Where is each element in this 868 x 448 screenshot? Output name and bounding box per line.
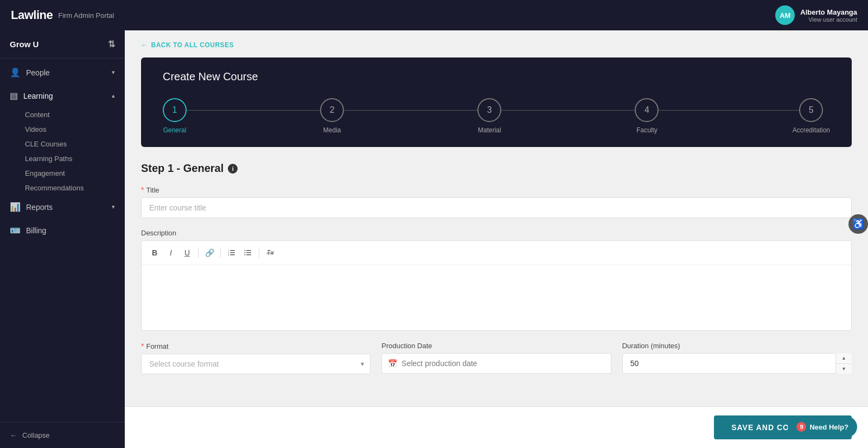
- wizard-steps-inner: 1 General 2 Media 3 Material 4: [163, 98, 830, 134]
- step-1-circle: 1: [163, 98, 187, 122]
- svg-point-10: [245, 252, 246, 253]
- step-4-circle: 4: [635, 98, 659, 122]
- sidebar-item-billing[interactable]: 🪪 Billing: [0, 219, 125, 242]
- underline-button[interactable]: U: [180, 245, 195, 260]
- bold-button[interactable]: B: [147, 245, 162, 260]
- format-label: * Format: [141, 342, 371, 350]
- step-5[interactable]: 5 Accreditation: [793, 98, 830, 134]
- step-3[interactable]: 3 Material: [477, 98, 501, 134]
- toolbar-divider-1: [198, 247, 199, 258]
- svg-rect-6: [246, 250, 251, 251]
- firm-chevrons-icon[interactable]: ⇅: [108, 39, 115, 49]
- toolbar-divider-3: [259, 247, 259, 258]
- duration-input-wrapper: ▲ ▼: [622, 353, 852, 374]
- description-field-group: Description B I U 🔗 123: [141, 229, 852, 331]
- chevron-down-reports-icon: ▾: [112, 203, 115, 210]
- sidebar-item-label-billing: Billing: [26, 226, 46, 235]
- unordered-list-button[interactable]: [240, 245, 256, 260]
- back-to-courses-link[interactable]: ← BACK TO ALL COURSES: [141, 41, 852, 49]
- sidebar-item-label-reports: Reports: [26, 203, 53, 212]
- svg-point-9: [245, 250, 246, 251]
- accessibility-widget[interactable]: ♿: [848, 214, 868, 234]
- step-2[interactable]: 2 Media: [320, 98, 344, 134]
- wizard-steps: 1 General 2 Media 3 Material 4: [163, 98, 830, 134]
- top-navbar: Lawline Firm Admin Portal AM Alberto May…: [0, 0, 868, 30]
- reports-icon: 📊: [10, 202, 21, 212]
- user-info: Alberto Mayanga View user account: [800, 8, 857, 23]
- sidebar-item-reports[interactable]: 📊 Reports ▾: [0, 195, 125, 219]
- learning-icon: ▤: [10, 91, 18, 101]
- format-select-wrapper: Select course format ▾: [141, 354, 371, 374]
- format-field-group: * Format Select course format ▾: [141, 342, 371, 374]
- sidebar-subitem-learning-paths[interactable]: Learning Paths: [0, 151, 125, 166]
- sidebar-item-people[interactable]: 👤 People ▾: [0, 61, 125, 84]
- help-label: Need Help?: [809, 423, 848, 431]
- production-date-input[interactable]: [381, 353, 611, 374]
- help-button[interactable]: 9 Need Help?: [788, 417, 857, 437]
- toolbar-divider-2: [220, 247, 221, 258]
- help-badge: 9: [796, 422, 806, 432]
- avatar: AM: [775, 5, 795, 25]
- sidebar-subitem-cle-courses[interactable]: CLE Courses: [0, 137, 125, 151]
- step-4[interactable]: 4 Faculty: [635, 98, 659, 134]
- sidebar-subitem-videos[interactable]: Videos: [0, 122, 125, 137]
- italic-button[interactable]: I: [163, 245, 178, 260]
- title-label: * Title: [141, 185, 852, 194]
- duration-label: Duration (minutes): [622, 342, 852, 350]
- link-button[interactable]: 🔗: [202, 245, 217, 260]
- form-footer: SAVE AND CONTINUE →: [125, 406, 868, 448]
- logo-area: Lawline Firm Admin Portal: [11, 8, 114, 22]
- clear-format-button[interactable]: Tx: [263, 245, 278, 260]
- svg-rect-7: [246, 252, 251, 253]
- billing-icon: 🪪: [10, 225, 21, 235]
- duration-input[interactable]: [622, 353, 852, 374]
- sidebar-subitem-recommendations[interactable]: Recommendations: [0, 181, 125, 195]
- duration-decrement-button[interactable]: ▼: [836, 364, 852, 374]
- chevron-down-icon: ▾: [112, 69, 115, 76]
- portal-label: Firm Admin Portal: [58, 11, 114, 20]
- bottom-fields-row: * Format Select course format ▾: [141, 342, 852, 385]
- svg-rect-2: [230, 254, 235, 255]
- rich-text-editor: B I U 🔗 123: [141, 240, 852, 331]
- back-arrow-icon: ←: [141, 41, 148, 49]
- duration-increment-button[interactable]: ▲: [836, 353, 852, 364]
- collapse-label: Collapse: [22, 431, 50, 439]
- svg-rect-1: [230, 252, 235, 253]
- required-star-title: *: [141, 185, 144, 194]
- chevron-up-icon: ▴: [112, 92, 115, 99]
- title-input[interactable]: [141, 197, 852, 218]
- app-body: Grow U ⇅ 👤 People ▾ ▤ Learning ▴ Content: [0, 30, 868, 448]
- nav-section-main: 👤 People ▾ ▤ Learning ▴ Content Videos C…: [0, 59, 125, 244]
- sidebar-subitem-engagement[interactable]: Engagement: [0, 166, 125, 181]
- format-select[interactable]: Select course format: [141, 354, 371, 374]
- main-content: ← BACK TO ALL COURSES Create New Course …: [125, 30, 868, 448]
- main-inner: ← BACK TO ALL COURSES Create New Course …: [125, 30, 868, 448]
- required-star-format: *: [141, 342, 144, 350]
- ordered-list-button[interactable]: 123: [224, 245, 239, 260]
- step-1-label: General: [163, 126, 187, 134]
- info-icon[interactable]: i: [228, 164, 238, 174]
- wizard-header: Create New Course 1 General 2 Media: [141, 57, 852, 147]
- view-account-link[interactable]: View user account: [800, 16, 857, 23]
- form-section: Step 1 - General i * Title Description: [141, 162, 852, 385]
- collapse-arrow-icon: ←: [10, 431, 17, 439]
- duration-field-group: Duration (minutes) ▲ ▼: [622, 342, 852, 374]
- sidebar-subitem-content[interactable]: Content: [0, 107, 125, 122]
- firm-selector[interactable]: Grow U ⇅: [0, 30, 125, 59]
- svg-point-11: [245, 254, 246, 255]
- user-name: Alberto Mayanga: [800, 8, 857, 16]
- step-5-label: Accreditation: [793, 126, 830, 134]
- rte-toolbar: B I U 🔗 123: [142, 241, 851, 265]
- production-date-label: Production Date: [381, 342, 611, 350]
- step-2-circle: 2: [320, 98, 344, 122]
- firm-name: Grow U: [10, 40, 39, 49]
- step-5-circle: 5: [799, 98, 823, 122]
- collapse-button[interactable]: ← Collapse: [0, 422, 125, 448]
- user-area: AM Alberto Mayanga View user account: [775, 5, 857, 25]
- svg-rect-0: [230, 250, 235, 251]
- sidebar-item-label-people: People: [26, 68, 50, 77]
- rte-body[interactable]: [142, 265, 851, 330]
- sidebar-item-learning[interactable]: ▤ Learning ▴: [0, 84, 125, 107]
- accessibility-icon: ♿: [852, 218, 864, 230]
- step-1[interactable]: 1 General: [163, 98, 187, 134]
